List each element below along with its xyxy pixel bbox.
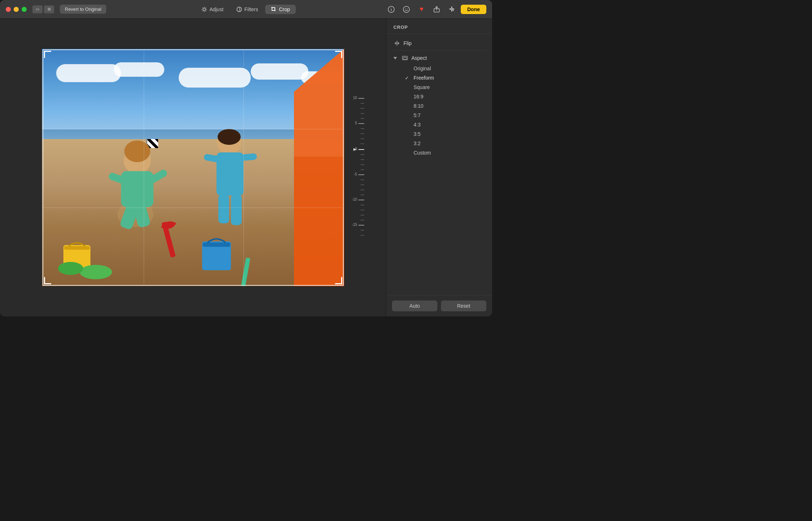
info-icon <box>388 6 395 13</box>
circle-icon <box>236 6 242 12</box>
check-freeform: ✓ <box>405 75 411 81</box>
cloud-3 <box>179 68 251 88</box>
window-view-buttons: ▭ ⊞ <box>32 5 54 13</box>
share-button[interactable] <box>430 4 443 14</box>
aspect-3-5-label: 3:5 <box>414 131 420 137</box>
toolbar-right: ♥ Done <box>385 4 486 14</box>
titlebar: ▭ ⊞ Revert to Original Adjust <box>0 0 492 19</box>
revert-to-original-button[interactable]: Revert to Original <box>60 5 106 14</box>
svg-point-16 <box>407 8 408 9</box>
aspect-icon <box>401 54 409 62</box>
aspect-option-square[interactable]: Square <box>386 83 492 92</box>
adjust-tool-button[interactable]: Adjust <box>196 5 229 14</box>
flip-icon <box>393 40 401 47</box>
check-3-2 <box>405 141 411 146</box>
aspect-option-16-9[interactable]: 16:9 <box>386 92 492 101</box>
clouds-layer <box>42 61 344 120</box>
svg-point-13 <box>391 8 392 8</box>
aspect-option-3-5[interactable]: 3:5 <box>386 129 492 139</box>
sidebar: CROP Flip <box>386 19 492 316</box>
rotation-ruler[interactable]: 10 5 <box>346 81 366 254</box>
ruler-svg: 10 5 <box>346 81 366 254</box>
check-original <box>405 66 411 71</box>
check-5-7 <box>405 113 411 118</box>
cloud-1 <box>56 64 121 82</box>
magic-icon <box>449 6 455 13</box>
face-icon <box>403 6 410 13</box>
svg-text:5: 5 <box>355 121 357 125</box>
aspect-3-2-label: 3:2 <box>414 141 420 146</box>
svg-text:-10: -10 <box>352 197 357 201</box>
maximize-button[interactable] <box>22 7 27 12</box>
main-window: ▭ ⊞ Revert to Original Adjust <box>0 0 492 316</box>
cloud-4 <box>251 63 308 80</box>
share-icon <box>433 6 440 13</box>
flip-label: Flip <box>403 40 412 46</box>
svg-line-6 <box>206 10 206 11</box>
aspect-4-3-label: 4:3 <box>414 122 420 128</box>
sand-layer <box>42 139 344 286</box>
svg-point-0 <box>203 8 206 10</box>
toolbar-center: Adjust Filters Crop <box>111 5 381 14</box>
crop-label: Crop <box>279 6 290 12</box>
aspect-header[interactable]: Aspect <box>386 52 492 64</box>
face-button[interactable] <box>400 4 412 14</box>
close-button[interactable] <box>6 7 11 12</box>
aspect-option-4-3[interactable]: 4:3 <box>386 120 492 129</box>
svg-text:10: 10 <box>353 96 357 100</box>
traffic-lights <box>6 7 27 12</box>
cloud-5 <box>301 71 344 84</box>
check-4-3 <box>405 122 411 128</box>
sidebar-title: CROP <box>386 19 492 34</box>
check-8-10 <box>405 103 411 109</box>
svg-line-7 <box>206 8 206 8</box>
cloud-2 <box>114 62 164 77</box>
auto-button[interactable]: Auto <box>392 300 437 311</box>
heart-button[interactable]: ♥ <box>415 4 428 14</box>
svg-point-15 <box>405 8 406 9</box>
filters-label: Filters <box>244 6 258 12</box>
crop-tool-button[interactable]: Crop <box>265 5 295 14</box>
check-3-5 <box>405 132 411 137</box>
check-square <box>405 85 411 90</box>
aspect-8-10-label: 8:10 <box>414 103 423 109</box>
aspect-option-custom[interactable]: Custom <box>386 148 492 157</box>
minimize-button[interactable] <box>14 7 19 12</box>
filters-tool-button[interactable]: Filters <box>231 5 264 14</box>
info-button[interactable] <box>385 4 397 14</box>
sun-icon <box>201 6 207 12</box>
aspect-original-label: Original <box>414 66 431 71</box>
aspect-option-5-7[interactable]: 5:7 <box>386 111 492 120</box>
photo-canvas <box>42 49 344 286</box>
aspect-label: Aspect <box>411 55 427 61</box>
flip-item[interactable]: Flip <box>386 37 492 49</box>
aspect-option-3-2[interactable]: 3:2 <box>386 139 492 148</box>
aspect-option-8-10[interactable]: 8:10 <box>386 101 492 111</box>
flag <box>147 139 158 148</box>
check-16-9 <box>405 94 411 99</box>
check-custom <box>405 150 411 156</box>
adjust-label: Adjust <box>209 6 223 12</box>
svg-text:-15: -15 <box>352 223 357 227</box>
crop-icon <box>271 6 277 12</box>
magic-button[interactable] <box>446 4 458 14</box>
aspect-option-freeform[interactable]: ✓ Freeform <box>386 73 492 83</box>
photo-container: 10 5 <box>42 49 344 286</box>
svg-rect-80 <box>403 57 406 59</box>
sidebar-footer: Auto Reset <box>386 295 492 316</box>
view-single-button[interactable]: ▭ <box>32 5 43 13</box>
view-grid-button[interactable]: ⊞ <box>44 5 54 13</box>
reset-button[interactable]: Reset <box>441 300 486 311</box>
photo-area[interactable]: 10 5 <box>0 19 386 316</box>
svg-point-14 <box>403 6 410 12</box>
svg-line-8 <box>202 10 203 11</box>
divider-1 <box>392 50 486 51</box>
svg-text:-5: -5 <box>354 172 357 176</box>
done-button[interactable]: Done <box>461 5 486 14</box>
svg-text:0: 0 <box>355 147 357 151</box>
aspect-square-label: Square <box>414 84 430 90</box>
aspect-option-original[interactable]: Original <box>386 64 492 73</box>
aspect-expand-icon <box>393 57 397 59</box>
aspect-5-7-label: 5:7 <box>414 112 420 118</box>
aspect-16-9-label: 16:9 <box>414 94 423 99</box>
